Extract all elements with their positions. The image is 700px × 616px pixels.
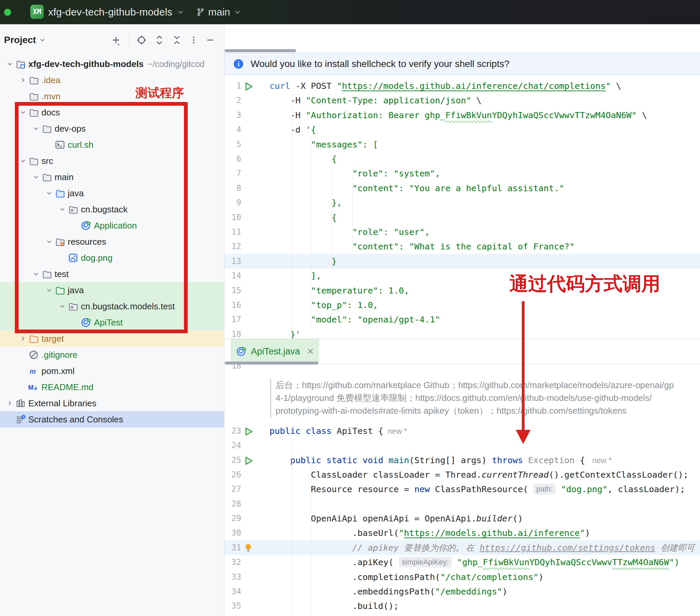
tree-item-docs[interactable]: docs bbox=[0, 104, 224, 120]
more-options-icon[interactable] bbox=[189, 36, 198, 44]
tree-item-xfg-dev-tech-github-models[interactable]: xfg-dev-tech-github-models~/coding/gitco… bbox=[0, 56, 224, 72]
traffic-light-green-icon[interactable] bbox=[4, 9, 11, 16]
tree-item-src[interactable]: src bbox=[0, 153, 224, 169]
line-number[interactable]: 1 bbox=[224, 78, 241, 93]
line-number[interactable]: 26 bbox=[224, 467, 241, 482]
chevron-down-icon[interactable] bbox=[57, 303, 67, 310]
project-tree: xfg-dev-tech-github-models~/coding/gitco… bbox=[0, 56, 224, 427]
line-number[interactable]: 9 bbox=[224, 195, 241, 210]
line-number[interactable]: 16 bbox=[224, 298, 241, 312]
line-number[interactable]: 25 bbox=[224, 453, 241, 467]
tree-item-dog-png[interactable]: dog.png bbox=[0, 250, 224, 266]
run-gutter-icon[interactable] bbox=[244, 455, 254, 465]
line-number[interactable]: 17 bbox=[224, 312, 241, 327]
chevron-down-icon[interactable] bbox=[44, 286, 54, 294]
line-number[interactable]: 5 bbox=[224, 137, 241, 152]
tree-item-cn-bugstack-models-test[interactable]: cn.bugstack.models.test bbox=[0, 298, 224, 315]
tree-item-scratches-and-consoles[interactable]: Scratches and Consoles bbox=[0, 411, 224, 427]
chevron-down-icon[interactable] bbox=[44, 238, 54, 245]
line-number[interactable]: 23 bbox=[224, 423, 241, 438]
line-number[interactable]: 24 bbox=[224, 438, 241, 453]
tree-item--mvn[interactable]: .mvn bbox=[0, 88, 224, 104]
code-line-18: 18 }' bbox=[224, 327, 700, 338]
code-line-25: 25 public static void main(String[] args… bbox=[224, 453, 700, 467]
line-number[interactable]: 35 bbox=[224, 599, 241, 613]
collapse-all-icon[interactable] bbox=[172, 35, 182, 45]
tree-item-pom-xml[interactable]: mpom.xml bbox=[0, 363, 224, 379]
tree-item-external-libraries[interactable]: External Libraries bbox=[0, 395, 224, 411]
line-number[interactable]: 30 bbox=[224, 525, 241, 540]
add-icon[interactable] bbox=[111, 35, 121, 45]
run-gutter-icon[interactable] bbox=[244, 81, 254, 91]
tab-apitest-java[interactable]: ApiTest.java ✕ bbox=[231, 339, 319, 364]
code-line-27: 27 Resource resource = new ClassPathReso… bbox=[224, 482, 700, 497]
tree-item-target[interactable]: target bbox=[0, 331, 224, 347]
tree-item-java[interactable]: java bbox=[0, 185, 224, 201]
line-number[interactable]: 15 bbox=[224, 283, 241, 298]
line-number[interactable]: 34 bbox=[224, 584, 241, 599]
line-number[interactable]: 14 bbox=[224, 268, 241, 283]
folder-icon bbox=[41, 269, 52, 279]
line-number[interactable]: 27 bbox=[224, 482, 241, 497]
chevron-down-icon[interactable] bbox=[31, 125, 41, 132]
tree-item--gitignore[interactable]: .gitignore bbox=[0, 347, 224, 363]
line-number[interactable]: 13 bbox=[224, 254, 241, 269]
project-view-selector[interactable]: Project bbox=[4, 35, 46, 46]
chevron-down-icon[interactable] bbox=[31, 174, 41, 181]
chevron-right-icon[interactable] bbox=[18, 76, 28, 84]
chevron-down-icon[interactable] bbox=[31, 270, 41, 278]
chevron-down-icon[interactable] bbox=[18, 109, 28, 116]
tree-item-resources[interactable]: resources bbox=[0, 234, 224, 250]
tree-item-test[interactable]: test bbox=[0, 266, 224, 282]
chevron-down-icon[interactable] bbox=[57, 206, 67, 213]
line-number[interactable]: 32 bbox=[224, 555, 241, 569]
chevron-down-icon[interactable] bbox=[44, 190, 54, 197]
line-number[interactable]: 6 bbox=[224, 152, 241, 166]
code-text: "role": "system", bbox=[270, 166, 440, 181]
chevron-right-icon[interactable] bbox=[18, 335, 28, 342]
code-line-5: 5 "messages": [ bbox=[224, 137, 700, 152]
tree-item-main[interactable]: main bbox=[0, 169, 224, 185]
tree-item--idea[interactable]: .idea bbox=[0, 72, 224, 88]
close-tab-icon[interactable]: ✕ bbox=[307, 346, 314, 357]
shell-editor[interactable]: 1curl -X POST "https://models.github.ai/… bbox=[224, 75, 700, 338]
intention-bulb-icon[interactable] bbox=[244, 543, 254, 553]
line-number[interactable]: 28 bbox=[224, 497, 241, 511]
chevron-down-icon[interactable] bbox=[18, 157, 28, 165]
tree-item-readme-md[interactable]: MREADME.md bbox=[0, 379, 224, 395]
line-number[interactable]: 7 bbox=[224, 166, 241, 181]
line-number[interactable]: 3 bbox=[224, 108, 241, 123]
line-number[interactable]: 2 bbox=[224, 93, 241, 108]
tab-scrollbar-thumb[interactable] bbox=[225, 361, 318, 364]
line-number[interactable]: 8 bbox=[224, 181, 241, 195]
chevron-right-icon[interactable] bbox=[5, 400, 15, 407]
line-number[interactable]: 4 bbox=[224, 122, 241, 137]
tree-item-java[interactable]: java bbox=[0, 282, 224, 298]
line-number[interactable]: 33 bbox=[224, 569, 241, 585]
locate-file-icon[interactable] bbox=[136, 35, 147, 46]
tree-item-dev-ops[interactable]: dev-ops bbox=[0, 120, 224, 137]
tree-item-application[interactable]: Application bbox=[0, 217, 224, 234]
tree-item-cn-bugstack[interactable]: cn.bugstack bbox=[0, 201, 224, 217]
package-icon bbox=[67, 301, 79, 311]
line-number[interactable]: 18 bbox=[224, 327, 241, 338]
line-number[interactable]: 12 bbox=[224, 239, 241, 254]
line-number[interactable]: 10 bbox=[224, 210, 241, 225]
tree-item-label: pom.xml bbox=[41, 366, 74, 376]
line-number[interactable]: 11 bbox=[224, 224, 241, 239]
svg-text:m: m bbox=[30, 367, 36, 375]
run-gutter-icon[interactable] bbox=[244, 426, 254, 436]
tab-scrollbar-thumb[interactable] bbox=[225, 49, 296, 52]
line-number[interactable]: 29 bbox=[224, 511, 241, 526]
tree-item-curl-sh[interactable]: curl.sh bbox=[0, 137, 224, 153]
tree-item-apitest[interactable]: ApiTest bbox=[0, 315, 224, 331]
chevron-down-icon[interactable] bbox=[5, 60, 15, 68]
project-switcher[interactable]: xfg-dev-tech-github-models bbox=[48, 0, 185, 24]
hide-panel-icon[interactable] bbox=[205, 35, 215, 45]
java-editor[interactable]: 18后台；https://github.com/marketplace Gith… bbox=[224, 364, 700, 616]
code-text: "temperature": 1.0, bbox=[270, 283, 409, 298]
vcs-branch-widget[interactable]: main bbox=[196, 0, 241, 24]
code-line-9: 9 }, bbox=[224, 195, 700, 210]
line-number[interactable]: 31 bbox=[224, 540, 241, 555]
expand-all-icon[interactable] bbox=[154, 35, 164, 45]
